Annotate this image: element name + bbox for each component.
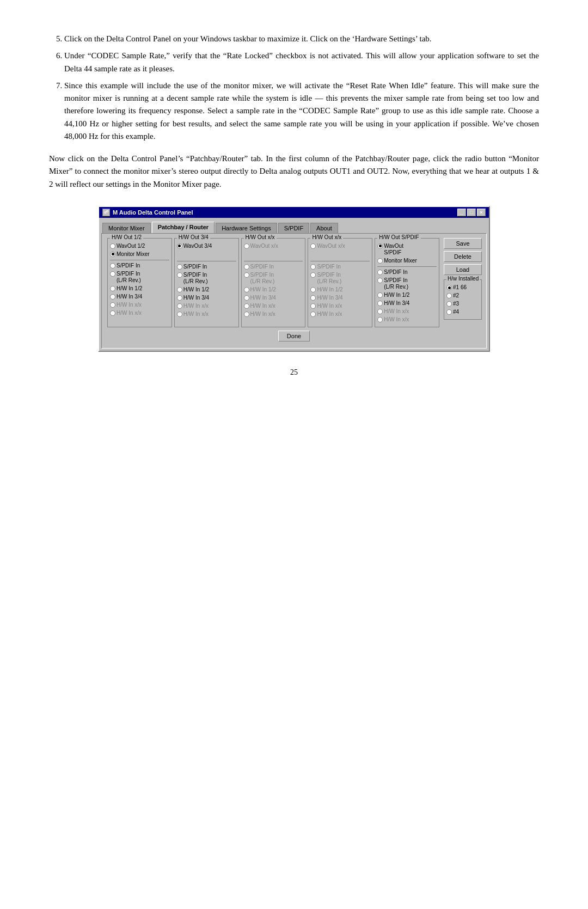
radio-row[interactable]: S/PDIF In(L/R Rev.) <box>177 272 236 285</box>
titlebar-buttons[interactable]: _ □ × <box>457 209 486 216</box>
radio-input-hw3[interactable] <box>446 301 452 307</box>
radio-row[interactable]: H/W In 1/2 <box>177 286 236 293</box>
hw-installed-title: H/w Installed <box>446 276 480 282</box>
radio-input[interactable] <box>377 270 383 275</box>
save-button[interactable]: Save <box>444 238 482 249</box>
tab-spdif[interactable]: S/PDIF <box>278 223 309 233</box>
radio-row[interactable]: H/W In x/x <box>310 303 370 309</box>
radio-input-hw4[interactable] <box>446 309 452 315</box>
radio-row[interactable]: Monitor Mixer <box>377 258 437 264</box>
radio-input[interactable] <box>310 287 316 292</box>
radio-row[interactable]: S/PDIF In(L/R Rev.) <box>110 271 169 284</box>
radio-input[interactable] <box>110 243 115 249</box>
radio-input[interactable] <box>244 287 249 292</box>
radio-input[interactable] <box>377 309 383 314</box>
radio-input-hw2[interactable] <box>446 293 452 298</box>
radio-input[interactable] <box>377 278 383 283</box>
radio-row[interactable]: S/PDIF In(L/R Rev.) <box>244 272 303 285</box>
radio-input[interactable] <box>244 295 249 301</box>
hw-radio-row-1[interactable]: #1 66 <box>446 284 479 291</box>
minimize-button[interactable]: _ <box>457 209 466 216</box>
tab-about[interactable]: About <box>310 223 338 233</box>
radio-row[interactable]: S/PDIF In <box>377 269 437 276</box>
radio-input[interactable] <box>177 287 182 292</box>
hw-radio-row-3[interactable]: #3 <box>446 301 479 307</box>
radio-row[interactable]: S/PDIF In <box>310 264 370 270</box>
radio-row[interactable]: Monitor Mixer <box>110 251 169 258</box>
hw-column-4-title: H/W Out x/x <box>310 234 343 240</box>
radio-input-checked[interactable] <box>110 252 115 257</box>
radio-input[interactable] <box>377 292 383 298</box>
radio-row[interactable]: S/PDIF In(L/R Rev.) <box>377 277 437 290</box>
radio-label: S/PDIF In(L/R Rev.) <box>384 277 408 290</box>
radio-row[interactable]: H/W In x/x <box>177 311 236 318</box>
radio-input[interactable] <box>177 264 182 270</box>
radio-row[interactable]: H/W In x/x <box>377 308 437 315</box>
radio-row[interactable]: H/W In x/x <box>310 311 370 318</box>
done-button[interactable]: Done <box>278 331 310 341</box>
radio-input[interactable] <box>310 312 316 317</box>
radio-row[interactable]: H/W In x/x <box>377 316 437 323</box>
radio-row[interactable]: S/PDIF In <box>244 264 303 270</box>
tab-patchbay-router[interactable]: Patchbay / Router <box>152 222 215 233</box>
radio-input[interactable] <box>310 303 316 309</box>
radio-input[interactable] <box>110 310 115 316</box>
tab-hardware-settings[interactable]: Hardware Settings <box>216 223 277 233</box>
radio-row[interactable]: WavOut 1/2 <box>110 243 169 249</box>
radio-row[interactable]: H/W In x/x <box>110 310 169 316</box>
delete-button[interactable]: Delete <box>444 251 482 262</box>
radio-row[interactable]: WavOut x/x <box>310 243 370 249</box>
radio-row[interactable]: WavOut 3/4 <box>177 243 236 249</box>
radio-input[interactable] <box>177 303 182 309</box>
radio-input[interactable] <box>244 312 249 317</box>
radio-input-checked[interactable] <box>177 243 182 249</box>
radio-input[interactable] <box>110 286 115 291</box>
radio-input[interactable] <box>110 263 115 269</box>
radio-row[interactable]: H/W In 3/4 <box>110 294 169 300</box>
radio-row[interactable]: H/W In 3/4 <box>244 295 303 301</box>
restore-button[interactable]: □ <box>467 209 476 216</box>
radio-input[interactable] <box>310 243 316 249</box>
radio-input[interactable] <box>377 317 383 322</box>
radio-input[interactable] <box>310 272 316 278</box>
radio-row[interactable]: H/W In 3/4 <box>177 295 236 301</box>
radio-row[interactable]: S/PDIF In <box>110 263 169 269</box>
radio-input[interactable] <box>310 264 316 270</box>
radio-row[interactable]: H/W In x/x <box>110 302 169 308</box>
radio-input[interactable] <box>377 301 383 306</box>
radio-input[interactable] <box>244 243 249 249</box>
radio-input[interactable] <box>110 302 115 308</box>
radio-row[interactable]: S/PDIF In <box>177 264 236 270</box>
radio-row[interactable]: H/W In 3/4 <box>310 295 370 301</box>
load-button[interactable]: Load <box>444 264 482 275</box>
radio-input[interactable] <box>377 258 383 264</box>
radio-row[interactable]: H/W In 1/2 <box>377 292 437 298</box>
radio-row[interactable]: H/W In x/x <box>244 311 303 318</box>
radio-row[interactable]: H/W In x/x <box>244 303 303 309</box>
radio-input[interactable] <box>310 295 316 301</box>
radio-row[interactable]: H/W In 1/2 <box>310 286 370 293</box>
hw-radio-row-4[interactable]: #4 <box>446 309 479 315</box>
close-button[interactable]: × <box>477 209 486 216</box>
radio-row[interactable]: WavOutS/PDIF <box>377 243 437 256</box>
radio-row[interactable]: H/W In 3/4 <box>377 300 437 307</box>
tab-monitor-mixer[interactable]: Monitor Mixer <box>102 223 151 233</box>
hw-column-5: H/W Out S/PDIF WavOutS/PDIF Monitor Mixe… <box>375 238 439 327</box>
radio-input[interactable] <box>244 264 249 270</box>
hw-radio-row-2[interactable]: #2 <box>446 292 479 299</box>
radio-label-grayed: H/W In x/x <box>117 302 142 308</box>
radio-input[interactable] <box>110 294 115 300</box>
radio-row[interactable]: WavOut x/x <box>244 243 303 249</box>
radio-input[interactable] <box>110 271 115 277</box>
radio-row[interactable]: H/W In 1/2 <box>110 285 169 292</box>
radio-input-hw1[interactable] <box>446 285 452 290</box>
radio-input[interactable] <box>177 295 182 301</box>
radio-row[interactable]: S/PDIF In(L/R Rev.) <box>310 272 370 285</box>
radio-row[interactable]: H/W In x/x <box>177 303 236 309</box>
radio-input-checked[interactable] <box>377 243 383 249</box>
radio-input[interactable] <box>244 303 249 309</box>
radio-row[interactable]: H/W In 1/2 <box>244 286 303 293</box>
radio-input[interactable] <box>177 312 182 317</box>
radio-input[interactable] <box>177 272 182 278</box>
radio-input[interactable] <box>244 272 249 278</box>
